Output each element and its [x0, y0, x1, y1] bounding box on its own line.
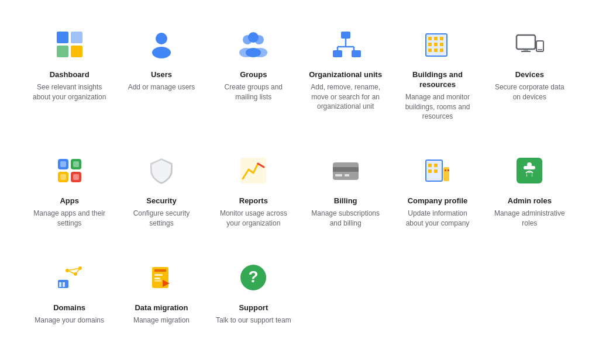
- svg-rect-43: [240, 158, 266, 183]
- org-units-icon: [327, 26, 364, 63]
- company-profile-icon: [419, 152, 456, 189]
- card-title-domains: Domains: [53, 303, 85, 313]
- card-support[interactable]: ? Support Talk to our support team: [208, 247, 300, 341]
- card-desc-security: Configure security settings: [122, 209, 200, 228]
- svg-rect-12: [341, 32, 350, 39]
- svg-rect-61: [527, 173, 532, 179]
- card-reports[interactable]: Reports Monitor usage across your organi…: [208, 140, 300, 242]
- svg-rect-51: [434, 164, 438, 167]
- admin-roles-icon: [511, 152, 548, 189]
- dashboard-icon: [51, 26, 88, 63]
- reports-icon: [235, 152, 272, 189]
- svg-line-70: [67, 271, 75, 274]
- card-title-company-profile: Company profile: [408, 196, 468, 206]
- svg-rect-64: [63, 282, 65, 285]
- card-data-migration[interactable]: Data migration Manage migration: [115, 247, 207, 341]
- card-desc-dashboard: See relevant insights about your organiz…: [30, 82, 108, 102]
- svg-point-11: [246, 48, 261, 57]
- svg-rect-78: [154, 280, 161, 282]
- billing-icon: [327, 152, 364, 189]
- data-migration-icon: [143, 259, 180, 296]
- domains-icon: [51, 259, 88, 296]
- svg-rect-2: [57, 46, 68, 57]
- card-devices[interactable]: Devices Secure corporate data on devices: [484, 14, 576, 136]
- svg-rect-27: [428, 48, 432, 52]
- card-security[interactable]: Security Configure security settings: [115, 140, 207, 242]
- svg-rect-55: [445, 169, 446, 171]
- svg-rect-13: [333, 50, 342, 57]
- svg-rect-47: [345, 174, 349, 176]
- support-icon: ?: [235, 259, 272, 296]
- svg-rect-21: [428, 37, 432, 40]
- main-grid: Dashboard See relevant insights about yo…: [23, 14, 576, 341]
- card-title-billing: Billing: [334, 196, 357, 206]
- devices-icon: [511, 26, 548, 63]
- svg-rect-41: [60, 174, 66, 180]
- card-org-units[interactable]: Organizational units Add, remove, rename…: [300, 14, 391, 136]
- card-desc-support: Talk to our support team: [216, 316, 291, 325]
- svg-rect-53: [434, 169, 438, 173]
- svg-rect-24: [428, 43, 432, 46]
- svg-rect-74: [154, 269, 166, 272]
- card-desc-devices: Secure corporate data on devices: [491, 82, 569, 102]
- svg-point-5: [152, 47, 171, 58]
- card-title-reports: Reports: [239, 196, 268, 206]
- svg-rect-66: [63, 285, 65, 287]
- svg-rect-65: [59, 285, 61, 287]
- svg-rect-25: [434, 43, 438, 46]
- card-title-groups: Groups: [240, 70, 267, 80]
- card-desc-company-profile: Update information about your company: [398, 209, 476, 228]
- card-title-org-units: Organizational units: [309, 70, 382, 80]
- svg-rect-40: [73, 161, 79, 167]
- card-dashboard[interactable]: Dashboard See relevant insights about yo…: [23, 14, 115, 136]
- svg-text:?: ?: [249, 268, 259, 286]
- card-desc-apps: Manage apps and their settings: [30, 209, 108, 228]
- card-title-security: Security: [146, 196, 176, 206]
- card-company-profile[interactable]: Company profile Update information about…: [391, 140, 483, 242]
- users-icon: [143, 26, 180, 63]
- svg-rect-28: [434, 48, 438, 52]
- svg-rect-59: [527, 162, 532, 167]
- apps-icon: [51, 152, 88, 189]
- card-billing[interactable]: Billing Manage subscriptions and billing: [300, 140, 391, 242]
- card-users[interactable]: Users Add or manage users: [115, 14, 207, 136]
- svg-point-4: [156, 33, 167, 44]
- card-domains[interactable]: Domains Manage your domains: [23, 247, 115, 341]
- svg-rect-45: [333, 167, 359, 172]
- card-apps[interactable]: Apps Manage apps and their settings: [23, 140, 115, 242]
- card-desc-admin-roles: Manage administrative roles: [491, 209, 569, 228]
- svg-rect-46: [335, 174, 342, 176]
- svg-rect-1: [71, 32, 82, 43]
- svg-rect-56: [447, 169, 449, 171]
- card-title-data-migration: Data migration: [135, 303, 188, 313]
- card-title-apps: Apps: [60, 196, 79, 206]
- svg-rect-50: [428, 164, 432, 167]
- card-title-dashboard: Dashboard: [50, 70, 89, 80]
- card-title-buildings: Buildings and resources: [398, 70, 476, 90]
- svg-rect-54: [443, 167, 449, 181]
- svg-rect-26: [440, 43, 443, 46]
- svg-rect-63: [59, 282, 61, 285]
- buildings-icon: [419, 26, 456, 63]
- card-title-support: Support: [239, 303, 268, 313]
- svg-rect-39: [60, 161, 66, 167]
- card-desc-org-units: Add, remove, rename, move or search for …: [307, 82, 384, 112]
- svg-rect-42: [73, 174, 79, 180]
- svg-rect-29: [440, 48, 443, 52]
- card-desc-users: Add or manage users: [128, 82, 195, 92]
- card-desc-domains: Manage your domains: [35, 316, 104, 325]
- svg-rect-23: [440, 37, 443, 40]
- svg-point-8: [248, 32, 259, 43]
- card-title-devices: Devices: [515, 70, 544, 80]
- card-admin-roles[interactable]: Admin roles Manage administrative roles: [484, 140, 576, 242]
- card-buildings[interactable]: Buildings and resources Manage and monit…: [391, 14, 483, 136]
- card-desc-billing: Manage subscriptions and billing: [307, 209, 384, 228]
- card-desc-groups: Create groups and mailing lists: [215, 82, 292, 102]
- card-desc-buildings: Manage and monitor buildings, rooms and …: [398, 92, 476, 122]
- svg-rect-3: [71, 46, 82, 57]
- card-desc-reports: Monitor usage across your organization: [215, 209, 292, 228]
- svg-rect-22: [434, 37, 438, 40]
- card-groups[interactable]: Groups Create groups and mailing lists: [208, 14, 300, 136]
- svg-rect-76: [154, 278, 160, 279]
- security-icon: [143, 152, 180, 189]
